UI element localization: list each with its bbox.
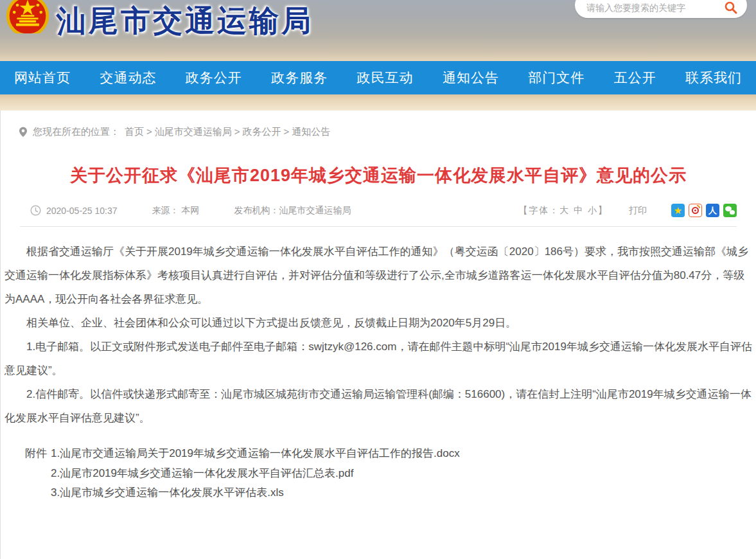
font-size-large[interactable]: 大: [559, 205, 570, 215]
breadcrumb-separator: >: [146, 126, 152, 137]
meta-right: 【字体：大 中 小】 打印 ★人: [518, 204, 737, 217]
publisher: 发布机构：汕尾市交通运输局: [234, 205, 351, 217]
breadcrumb-prefix: 您现在所在的位置：: [33, 126, 119, 138]
site-header: 汕尾市交通运输局: [0, 0, 756, 61]
attachments: 附件 1.汕尾市交通运输局关于2019年城乡交通运输一体化发展水平自评估工作的报…: [25, 444, 756, 502]
weibo-share-icon[interactable]: [689, 204, 702, 217]
font-size-control: 【字体：大 中 小】: [518, 205, 608, 217]
nav-item-4[interactable]: 政民互动: [357, 69, 414, 87]
content-area: 您现在所在的位置： 首页>汕尾市交通运输局>政务公开>通知公告 关于公开征求《汕…: [0, 111, 756, 559]
search-input[interactable]: [586, 1, 724, 15]
breadcrumb: 您现在所在的位置： 首页>汕尾市交通运输局>政务公开>通知公告: [1, 111, 756, 138]
meta-left: 2020-05-25 10:37 来源： 本网 发布机构：汕尾市交通运输局: [30, 205, 380, 217]
attachment-item-2[interactable]: 3.汕尾市城乡交通运输一体化发展水平评估表.xls: [51, 483, 460, 502]
nav-item-0[interactable]: 网站首页: [14, 69, 71, 87]
breadcrumb-link-1[interactable]: 汕尾市交通运输局: [155, 126, 232, 137]
page: 汕尾市交通运输局 网站首页交通动态政务公开政务服务政民互动通知公告部门文件五公开…: [0, 0, 756, 559]
attachment-list: 1.汕尾市交通运输局关于2019年城乡交通运输一体化发展水平自评估工作的报告.d…: [51, 444, 460, 502]
nav-item-7[interactable]: 五公开: [614, 69, 656, 87]
publish-datetime: 2020-05-25 10:37: [46, 206, 118, 216]
search-box: [575, 0, 747, 18]
national-emblem-logo: [5, 0, 50, 33]
print-button[interactable]: 打印: [629, 205, 647, 217]
wechat-share-icon[interactable]: [723, 204, 737, 217]
article-paragraph-1: 相关单位、企业、社会团体和公众可以通过以下方式提出反馈意见，反馈截止日期为202…: [4, 311, 752, 335]
attachment-item-0[interactable]: 1.汕尾市交通运输局关于2019年城乡交通运输一体化发展水平自评估工作的报告.d…: [51, 444, 460, 463]
article-paragraph-3: 2.信件邮寄。以信件或快递形式邮寄至：汕尾市城区城苑街市交通运输局运输管理科(邮…: [4, 382, 752, 430]
breadcrumb-link-2[interactable]: 政务公开: [243, 126, 281, 137]
article-body: 根据省交通运输厅《关于开展2019年城乡交通运输一体化发展水平自评估工作的通知》…: [1, 227, 756, 430]
font-size-small: 小】: [588, 205, 608, 215]
breadcrumb-separator: >: [284, 126, 290, 137]
site-title: 汕尾市交通运输局: [57, 1, 313, 41]
article-paragraph-0: 根据省交通运输厅《关于开展2019年城乡交通运输一体化发展水平自评估工作的通知》…: [4, 240, 752, 311]
article-title: 关于公开征求《汕尾市2019年城乡交通运输一体化发展水平自评》意见的公示: [1, 164, 756, 187]
source: 来源： 本网: [152, 205, 200, 217]
nav-item-2[interactable]: 政务公开: [186, 69, 242, 87]
nav-item-6[interactable]: 部门文件: [528, 69, 585, 87]
clock-icon: [30, 205, 41, 216]
nav-item-8[interactable]: 联系我们: [685, 69, 742, 87]
nav-item-5[interactable]: 通知公告: [443, 69, 499, 87]
attachment-item-1[interactable]: 2.汕尾市2019年城乡交通运输一体化发展水平自评估汇总表.pdf: [51, 464, 460, 483]
location-pin-icon: [19, 127, 28, 138]
national-emblem-icon: [5, 0, 50, 33]
nav-item-3[interactable]: 政务服务: [271, 69, 328, 87]
share-bar: ★人: [671, 204, 737, 217]
breadcrumb-link-0[interactable]: 首页: [125, 126, 144, 137]
breadcrumb-separator: >: [234, 126, 240, 137]
breadcrumb-link-3[interactable]: 通知公告: [292, 126, 330, 137]
article-meta: 2020-05-25 10:37 来源： 本网 发布机构：汕尾市交通运输局 【字…: [20, 204, 737, 227]
renren-share-icon[interactable]: 人: [706, 204, 719, 217]
search-button[interactable]: [724, 1, 738, 15]
header-banner-strip: [0, 94, 756, 111]
attachments-label: 附件: [25, 444, 47, 502]
font-size-medium[interactable]: 中: [574, 205, 584, 215]
nav-item-1[interactable]: 交通动态: [100, 69, 156, 87]
article-paragraph-2: 1.电子邮箱。以正文或附件形式发送电子邮件至电子邮箱：swjtzyk@126.c…: [4, 335, 752, 382]
main-nav: 网站首页交通动态政务公开政务服务政民互动通知公告部门文件五公开联系我们: [0, 61, 756, 94]
qzone-share-icon[interactable]: ★: [671, 204, 685, 217]
search-icon: [724, 1, 738, 15]
breadcrumb-links: 首页>汕尾市交通运输局>政务公开>通知公告: [125, 126, 330, 138]
